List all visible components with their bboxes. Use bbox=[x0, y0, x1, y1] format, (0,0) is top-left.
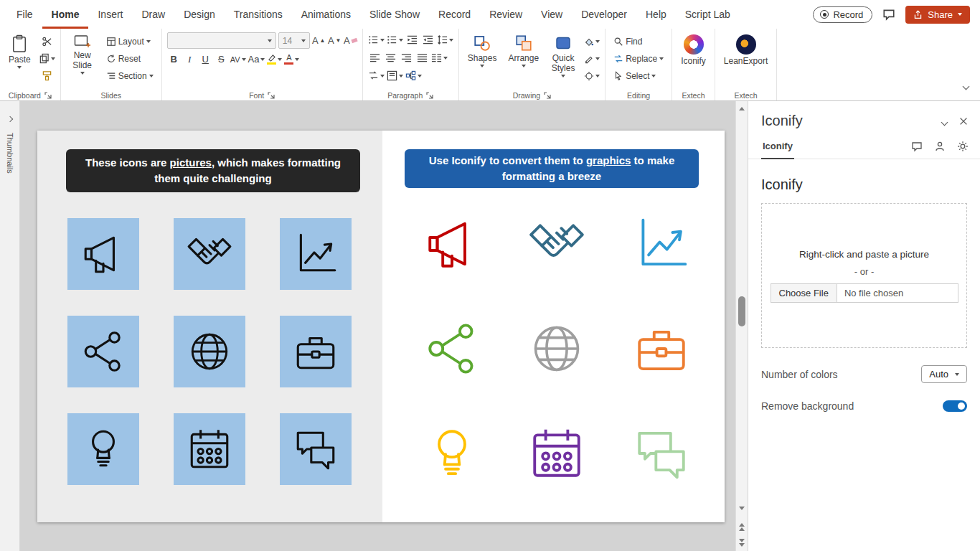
italic-button[interactable]: I bbox=[183, 52, 197, 67]
thumbnails-panel-collapsed[interactable]: Thumbnails bbox=[0, 101, 20, 551]
decrease-indent-button[interactable] bbox=[405, 32, 419, 47]
picture-icon-briefcase[interactable] bbox=[280, 316, 352, 387]
scrollbar-thumb[interactable] bbox=[738, 296, 745, 326]
strikethrough-button[interactable]: S bbox=[215, 52, 228, 67]
font-dialog-launcher-icon[interactable] bbox=[268, 92, 275, 99]
leanexport-addin-button[interactable]: LeanExport bbox=[720, 32, 771, 68]
align-text-button[interactable] bbox=[387, 68, 403, 83]
vertical-scrollbar[interactable] bbox=[735, 101, 748, 551]
picture-icon-lightbulb[interactable] bbox=[67, 413, 139, 485]
pane-options-chevron-icon[interactable] bbox=[942, 115, 947, 128]
menu-help[interactable]: Help bbox=[636, 0, 676, 29]
justify-button[interactable] bbox=[415, 50, 429, 65]
scroll-down-button[interactable] bbox=[736, 502, 748, 514]
previous-slide-button[interactable] bbox=[736, 521, 748, 532]
menu-file[interactable]: File bbox=[7, 0, 42, 29]
select-button[interactable]: Select bbox=[611, 68, 666, 83]
shapes-button[interactable]: Shapes bbox=[464, 32, 501, 70]
picture-icon-share[interactable] bbox=[67, 316, 139, 387]
picture-icon-chat[interactable] bbox=[280, 413, 352, 485]
share-button[interactable]: Share bbox=[905, 6, 970, 24]
format-painter-button[interactable] bbox=[39, 68, 55, 83]
change-case-button[interactable]: Aa bbox=[248, 52, 265, 67]
left-banner[interactable]: These icons are pictures, which makes fo… bbox=[66, 149, 360, 192]
grow-font-button[interactable]: A▲ bbox=[312, 33, 326, 48]
find-button[interactable]: Find bbox=[611, 34, 666, 49]
increase-indent-button[interactable] bbox=[421, 32, 435, 47]
quick-styles-button[interactable]: Quick Styles bbox=[547, 32, 580, 80]
menu-view[interactable]: View bbox=[532, 0, 572, 29]
account-icon[interactable] bbox=[934, 141, 946, 152]
arrange-button[interactable]: Arrange bbox=[504, 32, 542, 70]
shape-outline-button[interactable] bbox=[584, 51, 600, 66]
menu-record[interactable]: Record bbox=[429, 0, 480, 29]
pane-tab-iconify[interactable]: Iconify bbox=[761, 136, 794, 159]
font-name-combo[interactable] bbox=[167, 32, 276, 49]
shape-effects-button[interactable] bbox=[584, 68, 600, 83]
shrink-font-button[interactable]: A▼ bbox=[328, 33, 341, 48]
picture-icon-calendar[interactable] bbox=[174, 413, 245, 485]
section-button[interactable]: Section bbox=[103, 68, 156, 83]
menu-draw[interactable]: Draw bbox=[132, 0, 174, 29]
menu-slideshow[interactable]: Slide Show bbox=[360, 0, 429, 29]
menu-scriptlab[interactable]: Script Lab bbox=[676, 0, 740, 29]
paragraph-dialog-launcher-icon[interactable] bbox=[426, 92, 433, 99]
graphic-icon-megaphone[interactable] bbox=[418, 209, 486, 278]
line-spacing-button[interactable] bbox=[437, 32, 453, 47]
menu-developer[interactable]: Developer bbox=[572, 0, 636, 29]
next-slide-button[interactable] bbox=[736, 537, 748, 548]
bold-button[interactable]: B bbox=[167, 52, 181, 67]
graphic-icon-handshake[interactable] bbox=[522, 209, 591, 278]
graphic-icon-chat[interactable] bbox=[627, 419, 696, 488]
choose-file-button[interactable]: Choose File bbox=[771, 284, 837, 302]
comments-icon[interactable] bbox=[882, 8, 895, 21]
scroll-up-button[interactable] bbox=[736, 103, 748, 114]
graphic-icon-calendar[interactable] bbox=[522, 419, 591, 488]
remove-bg-toggle[interactable] bbox=[943, 400, 967, 412]
align-right-button[interactable] bbox=[400, 50, 413, 65]
reset-button[interactable]: Reset bbox=[103, 51, 156, 66]
copy-button[interactable] bbox=[39, 51, 55, 66]
new-slide-button[interactable]: New Slide bbox=[66, 32, 99, 77]
close-pane-icon[interactable] bbox=[958, 116, 969, 126]
graphic-icon-lightbulb[interactable] bbox=[418, 419, 486, 488]
graphic-icon-chart[interactable] bbox=[627, 209, 696, 278]
paste-button[interactable]: Paste bbox=[5, 32, 34, 71]
paste-drop-zone[interactable]: Right-click and paste a picture - or - C… bbox=[761, 203, 967, 348]
menu-home[interactable]: Home bbox=[42, 0, 89, 29]
picture-icon-globe[interactable] bbox=[174, 316, 245, 387]
slide[interactable]: These icons are pictures, which makes fo… bbox=[37, 131, 725, 522]
font-size-combo[interactable]: 14 bbox=[278, 32, 310, 49]
menu-design[interactable]: Design bbox=[174, 0, 225, 29]
drawing-dialog-launcher-icon[interactable] bbox=[544, 92, 551, 99]
menu-transitions[interactable]: Transitions bbox=[225, 0, 292, 29]
theme-brightness-icon[interactable] bbox=[957, 141, 969, 152]
graphic-icon-globe[interactable] bbox=[522, 314, 591, 383]
numbering-button[interactable] bbox=[387, 32, 403, 47]
feedback-icon[interactable] bbox=[911, 141, 923, 152]
text-highlight-button[interactable] bbox=[267, 52, 282, 67]
bullets-button[interactable] bbox=[368, 32, 385, 47]
number-of-colors-select[interactable]: Auto bbox=[921, 365, 967, 383]
layout-button[interactable]: Layout bbox=[103, 34, 156, 49]
picture-icon-chart[interactable] bbox=[280, 218, 352, 290]
character-spacing-button[interactable]: AV bbox=[230, 52, 246, 67]
columns-button[interactable] bbox=[431, 50, 448, 65]
collapse-ribbon-button[interactable] bbox=[961, 76, 971, 95]
cut-button[interactable] bbox=[39, 34, 55, 49]
picture-icon-handshake[interactable] bbox=[174, 218, 245, 290]
record-button[interactable]: Record bbox=[813, 6, 872, 23]
align-left-button[interactable] bbox=[368, 50, 382, 65]
text-direction-button[interactable] bbox=[368, 68, 385, 83]
clear-formatting-button[interactable]: A bbox=[344, 33, 357, 48]
right-banner[interactable]: Use Iconify to convert them to graphics … bbox=[405, 149, 699, 188]
underline-button[interactable]: U bbox=[199, 52, 212, 67]
picture-icon-megaphone[interactable] bbox=[67, 218, 139, 290]
font-color-button[interactable]: A bbox=[284, 52, 299, 67]
graphic-icon-share[interactable] bbox=[418, 314, 486, 383]
file-input[interactable]: Choose File No file chosen bbox=[771, 283, 958, 303]
clipboard-dialog-launcher-icon[interactable] bbox=[44, 92, 52, 99]
iconify-addin-button[interactable]: Iconify bbox=[677, 32, 710, 68]
convert-smartart-button[interactable] bbox=[405, 68, 422, 83]
graphic-icon-briefcase[interactable] bbox=[627, 314, 696, 383]
